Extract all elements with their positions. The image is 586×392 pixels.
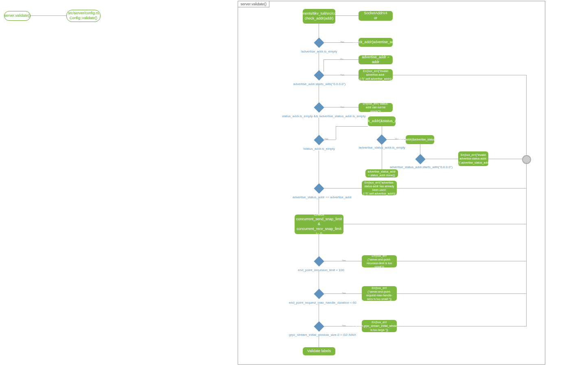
connector — [397, 293, 526, 294]
connector — [319, 304, 319, 323]
connector — [319, 53, 319, 72]
connector — [382, 144, 382, 169]
connector — [526, 75, 527, 155]
node-check-addr: components/tikv_tuil/src/config.rs check… — [303, 9, 335, 24]
node-check-adv: check_addr(advertise_addr) — [359, 38, 393, 47]
node-err-handle-secs: Err(box_err!("server.end-point-request-m… — [362, 286, 397, 301]
connector — [425, 159, 458, 159]
connector — [31, 15, 66, 16]
diamond-label: !status_addr.is_empty — [302, 147, 336, 151]
connector — [336, 126, 336, 140]
node-validate-labels: Validate labels — [303, 347, 335, 355]
diamond-label: advertise_addr.starts_with("0.0.0.0") — [291, 82, 348, 86]
connector — [526, 188, 527, 224]
connector — [324, 59, 324, 72]
edge-yes: Yes — [342, 292, 346, 294]
connector — [319, 151, 319, 185]
left-server-validate: server.validate() — [4, 11, 31, 21]
connector — [319, 24, 319, 39]
edge-yes: Yes — [340, 74, 344, 76]
connector — [526, 224, 527, 261]
edge-yes: Yes — [342, 324, 346, 327]
left-config-path: src/server/config.rs Config::validate() — [66, 10, 101, 22]
node-err-already-used: Err(box_err!("advertise-status-addr has … — [362, 181, 397, 195]
connector — [319, 271, 319, 290]
connector — [526, 294, 527, 326]
node-check-adv-status: check_addr(&advertise_status_addr) — [406, 135, 434, 144]
node-err-invalid-adv-status: Err(box_err!("invalid advertise-status-a… — [458, 151, 488, 166]
diamond-label: advertise_status_addr == advertise_addr — [293, 195, 345, 199]
node-adv-status-assign: advertise_status_addr = status_addr.clon… — [365, 169, 398, 177]
connector — [343, 224, 526, 224]
node-err-recursion: Err(box_err!("server.end-point-recursion… — [362, 255, 397, 267]
connector — [526, 162, 527, 188]
diamond-label: end_point_request_max_handle_duration < … — [289, 301, 350, 304]
diamond-label: advertise_status_addr.starts_with("0.0.0… — [387, 165, 456, 169]
edge-yes: Yes — [324, 138, 328, 140]
node-adv-assign: advertise_addr = addr — [359, 55, 393, 64]
connector — [336, 126, 368, 127]
connector — [319, 85, 319, 104]
connector — [526, 261, 527, 294]
edge-no: No — [340, 58, 343, 60]
edge-yes: Yes — [342, 259, 346, 262]
node-err-status-empty: Err(box_err!("status-addr can not be emp… — [359, 103, 393, 112]
connector — [488, 159, 522, 159]
diamond-label: end_point_recursion_limit < 100 — [298, 268, 340, 272]
node-check-status: check_addr(&status_addr) — [368, 116, 396, 126]
edge-yes: Yes — [340, 41, 344, 43]
connector — [324, 188, 362, 188]
diamond-label: grpc_stream_initial_window_size.0 > i32:… — [289, 333, 350, 337]
connector — [335, 15, 359, 16]
connector — [319, 118, 319, 136]
connector — [397, 188, 526, 188]
edge-yes: Yes — [340, 106, 344, 108]
diamond-label: status_addr.is_empty && !advertise_statu… — [282, 114, 356, 118]
connector — [319, 234, 319, 258]
node-check-limits: Check concurrent_send_snap_limit & concu… — [295, 215, 343, 234]
connector — [319, 336, 319, 347]
connector — [397, 261, 526, 261]
node-socket: check SocketAddrV4 or SocketAddrV6 — [359, 11, 393, 21]
node-err-invalid-adv: Err(box_err!("invalid advertise-addr: {:… — [359, 69, 393, 81]
frame-title: server.validate() — [238, 1, 269, 7]
terminal-node — [522, 155, 531, 164]
node-err-grpc: Err(box_err!("server.grpc_stream_initial… — [362, 320, 397, 332]
connector — [324, 42, 324, 43]
connector — [397, 326, 526, 326]
connector — [393, 75, 526, 75]
diamond-label: !advertise_addr.is_empty — [300, 50, 339, 53]
